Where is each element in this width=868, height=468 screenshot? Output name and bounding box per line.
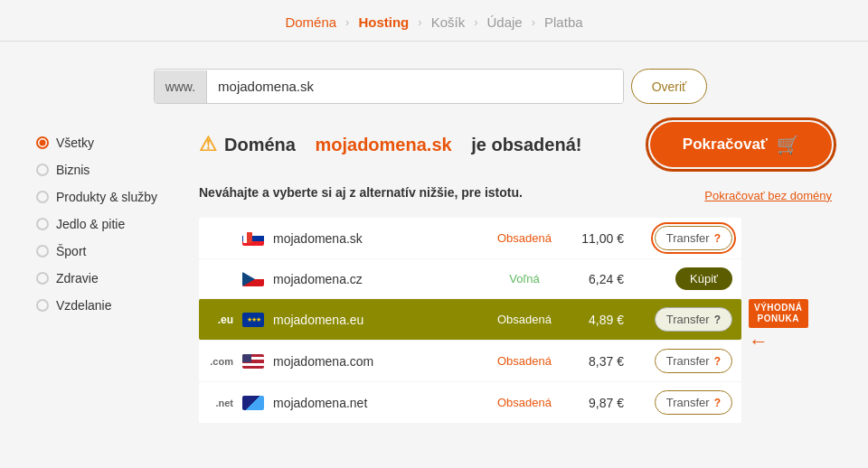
sidebar-label-biznis: Biznis — [56, 163, 90, 177]
domain-row-highlighted: .eu ★★★ mojadomena.eu Obsadená 4,89 € Tr… — [199, 299, 741, 340]
sidebar: Všetky Biznis Produkty & služby Jedlo & … — [36, 122, 181, 424]
breadcrumb-domena[interactable]: Doména — [285, 14, 336, 30]
price-com: 8,37 € — [570, 354, 624, 369]
action-cz: Kúpiť — [633, 267, 732, 290]
price-net: 9,87 € — [570, 396, 624, 410]
vhodna-ponuka-area: VÝHODNÁ PONUKA ← — [741, 218, 832, 424]
flag-com — [242, 354, 264, 369]
action-sk: Transfer ? — [633, 226, 732, 250]
transfer-button-eu[interactable]: Transfer ? — [655, 307, 732, 332]
radio-produkty — [36, 191, 49, 203]
transfer-button-sk[interactable]: Transfer ? — [655, 226, 732, 250]
sidebar-label-vzdelanie: Vzdelanie — [56, 298, 112, 313]
status-com: Obsadená — [488, 354, 561, 368]
flag-net — [242, 396, 264, 410]
domain-taken-text: ⚠ Doména mojadomena.sk je obsadená! — [199, 133, 581, 156]
ext-com: .com — [208, 356, 233, 367]
sidebar-item-produkty[interactable]: Produkty & služby — [36, 183, 181, 211]
sidebar-label-sport: Šport — [56, 244, 86, 258]
vhodna-ponuka-badge: VÝHODNÁ PONUKA — [749, 299, 808, 328]
domain-row: .net mojadomena.net Obsadená 9,87 € Tran… — [199, 382, 741, 423]
continue-button[interactable]: Pokračovať 🛒 — [650, 122, 832, 167]
continue-label: Pokračovať — [683, 136, 768, 154]
domain-row: mojadomena.cz Voľná 6,24 € Kúpiť — [199, 259, 741, 298]
price-eu: 4,89 € — [570, 313, 624, 327]
sidebar-label-jedlo: Jedlo & pitie — [56, 217, 125, 231]
radio-sport — [36, 245, 49, 257]
main-content: Všetky Biznis Produkty & služby Jedlo & … — [0, 122, 868, 424]
domain-name-sk: mojadomena.sk — [273, 231, 479, 246]
search-area: www. Overiť — [0, 69, 868, 104]
warning-icon: ⚠ — [199, 133, 217, 156]
cart-icon: 🛒 — [777, 134, 799, 155]
action-net: Transfer ? — [633, 390, 732, 415]
status-sk: Obsadená — [488, 231, 561, 245]
ext-net: .net — [208, 398, 233, 408]
breadcrumb-udaje[interactable]: Údaje — [486, 14, 522, 30]
radio-biznis — [36, 164, 49, 176]
breadcrumb-sep-3: › — [474, 15, 477, 29]
flag-sk — [242, 231, 264, 246]
domain-list: mojadomena.sk Obsadená 11,00 € Transfer … — [199, 218, 741, 424]
radio-zdravie — [36, 272, 49, 285]
verify-button[interactable]: Overiť — [631, 69, 708, 104]
radio-vsetky — [36, 136, 49, 149]
sidebar-item-zdravie[interactable]: Zdravie — [36, 265, 181, 292]
domain-row: mojadomena.sk Obsadená 11,00 € Transfer … — [199, 218, 741, 258]
www-label: www. — [155, 70, 207, 103]
domain-taken-before: Doména — [224, 135, 296, 155]
price-sk: 11,00 € — [570, 231, 624, 246]
action-eu: Transfer ? — [633, 307, 732, 332]
status-cz: Voľná — [488, 272, 561, 285]
alternatives-label: Neváhajte a vyberte si aj z alternatív n… — [199, 185, 523, 200]
breadcrumb-kosik[interactable]: Košík — [431, 14, 466, 30]
flag-eu: ★★★ — [242, 313, 264, 327]
center-content: ⚠ Doména mojadomena.sk je obsadená! Pokr… — [181, 122, 832, 424]
domain-name-eu: mojadomena.eu — [273, 313, 479, 327]
domain-row: .com mojadomena.com Obsadená 8,37 € Tran… — [199, 341, 741, 381]
search-bar: www. — [154, 69, 624, 104]
ext-eu: .eu — [208, 314, 233, 326]
question-icon-sk[interactable]: ? — [714, 232, 721, 245]
breadcrumb-sep-2: › — [418, 15, 421, 29]
flag-cz — [242, 272, 264, 286]
breadcrumb: Doména › Hosting › Košík › Údaje › Platb… — [0, 0, 868, 42]
radio-vzdelanie — [36, 299, 49, 312]
transfer-button-com[interactable]: Transfer ? — [655, 349, 732, 373]
question-icon-eu[interactable]: ? — [714, 314, 721, 326]
action-com: Transfer ? — [633, 349, 732, 373]
question-icon-com[interactable]: ? — [714, 355, 721, 368]
breadcrumb-hosting[interactable]: Hosting — [358, 14, 409, 30]
domain-taken-after: je obsadená! — [471, 135, 581, 155]
sidebar-label-produkty: Produkty & služby — [56, 190, 157, 204]
domain-name-cz: mojadomena.cz — [273, 272, 479, 286]
transfer-button-net[interactable]: Transfer ? — [655, 390, 732, 415]
breadcrumb-platba[interactable]: Platba — [544, 14, 583, 30]
sidebar-label-vsetky: Všetky — [56, 136, 94, 150]
sidebar-item-vzdelanie[interactable]: Vzdelanie — [36, 292, 181, 319]
sidebar-item-jedlo[interactable]: Jedlo & pitie — [36, 211, 181, 238]
sidebar-item-vsetky[interactable]: Všetky — [36, 129, 181, 156]
price-cz: 6,24 € — [570, 272, 624, 286]
kupit-button-cz[interactable]: Kúpiť — [675, 267, 732, 290]
sidebar-item-biznis[interactable]: Biznis — [36, 156, 181, 183]
status-net: Obsadená — [488, 396, 561, 409]
arrow-left-icon: ← — [749, 330, 769, 353]
pokracovat-bez-button[interactable]: Pokračovať bez domény — [704, 189, 832, 202]
domain-name-net: mojadomena.net — [273, 396, 479, 410]
sidebar-item-sport[interactable]: Šport — [36, 238, 181, 265]
domain-search-input[interactable] — [207, 70, 623, 103]
domain-taken-row: ⚠ Doména mojadomena.sk je obsadená! Pokr… — [199, 122, 832, 167]
status-eu: Obsadená — [488, 313, 561, 326]
sidebar-label-zdravie: Zdravie — [56, 271, 99, 285]
radio-jedlo — [36, 218, 49, 230]
question-icon-net[interactable]: ? — [714, 397, 721, 409]
breadcrumb-sep-4: › — [532, 15, 535, 29]
breadcrumb-sep-1: › — [345, 15, 349, 29]
domain-taken-name: mojadomena.sk — [315, 135, 451, 155]
right-side: mojadomena.sk Obsadená 11,00 € Transfer … — [199, 218, 832, 424]
domain-name-com: mojadomena.com — [273, 354, 479, 369]
